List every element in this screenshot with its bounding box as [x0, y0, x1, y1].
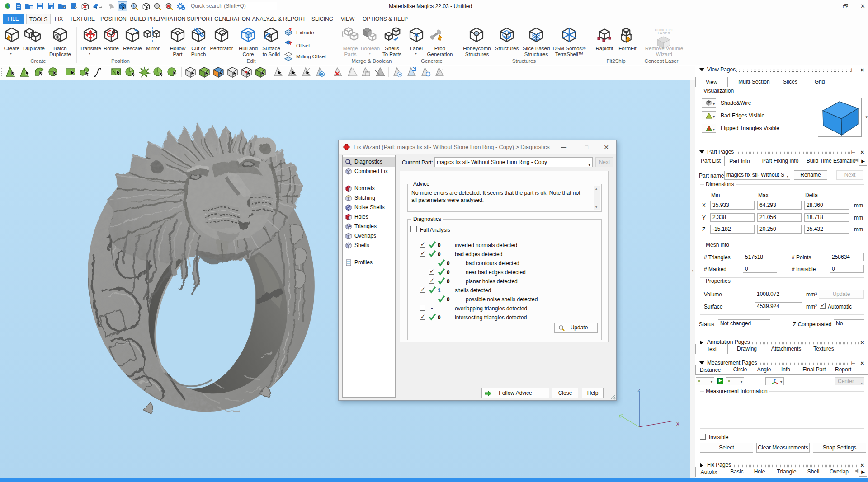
svg-text:A: A [414, 31, 419, 38]
svg-text:X: X [676, 421, 679, 427]
svg-text:Z: Z [637, 388, 641, 393]
